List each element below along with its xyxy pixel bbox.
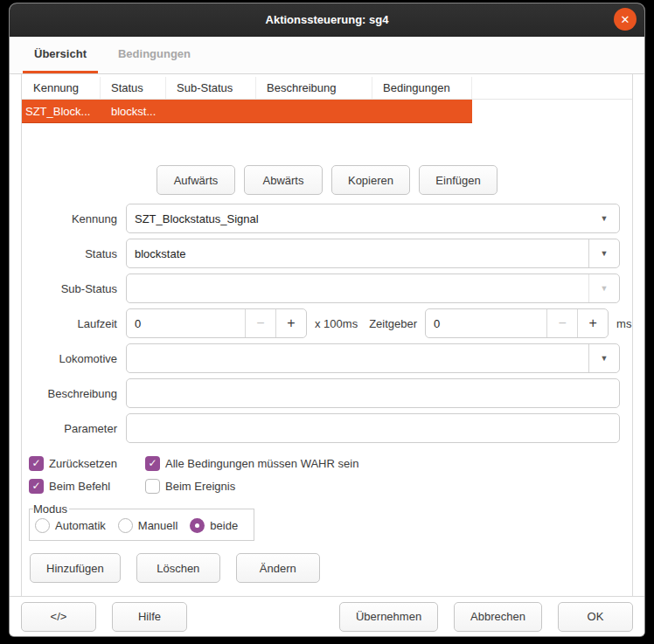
beschreibung-input[interactable] (126, 378, 620, 408)
table-row-selected[interactable]: SZT_Block... blockst... (22, 100, 472, 123)
laufzeit-row: Laufzeit 0 − + x 100ms Zeitgeber 0 − + m… (22, 308, 632, 338)
checkbox-row-2: ✓ Beim Befehl Beim Ereignis (29, 474, 632, 497)
tab-label: Übersicht (34, 47, 87, 60)
checkbox-checked-icon: ✓ (145, 456, 160, 471)
checkbox-row-1: ✓ Zurücksetzen ✓ Alle Bedingungen müssen… (29, 452, 632, 474)
aufwaerts-button[interactable]: Aufwärts (157, 165, 235, 195)
substatus-combobox[interactable]: ▼ (126, 274, 620, 303)
cell-status: blockst... (101, 105, 166, 118)
zeitgeber-spinner[interactable]: 0 − + (425, 308, 609, 338)
dialog-window: Aktionssteuerung: sg4 ✕ Übersicht Beding… (10, 3, 644, 636)
parameter-label: Parameter (22, 422, 126, 435)
substatus-row: Sub-Status ▼ (22, 274, 632, 303)
kennung-row: Kennung SZT_Blockstatus_Signal ▼ (22, 204, 632, 233)
zeitgeber-label: Zeitgeber (369, 317, 417, 330)
close-icon: ✕ (621, 13, 630, 26)
minus-icon[interactable]: − (245, 309, 275, 337)
parameter-row: Parameter (22, 413, 632, 443)
beschreibung-label: Beschreibung (22, 387, 126, 400)
status-label: Status (22, 247, 126, 260)
checkbox-alle-bedingungen[interactable]: ✓ Alle Bedingungen müssen WAHR sein (145, 456, 358, 471)
radio-automatik[interactable]: Automatik (35, 518, 106, 533)
radio-beide[interactable]: beide (190, 518, 238, 533)
checkbox-checked-icon: ✓ (29, 456, 44, 471)
laufzeit-value: 0 (127, 317, 245, 330)
checkbox-beim-ereignis[interactable]: Beim Ereignis (145, 479, 235, 494)
radio-off-icon (35, 518, 50, 533)
ok-button[interactable]: OK (558, 602, 633, 632)
kennung-value: SZT_Blockstatus_Signal (127, 212, 589, 225)
aendern-button[interactable]: Ändern (236, 553, 320, 583)
column-header-beschreibung[interactable]: Beschreibung (256, 77, 372, 99)
plus-icon[interactable]: + (577, 309, 608, 337)
uebernehmen-button[interactable]: Übernehmen (339, 602, 438, 632)
laufzeit-spinner[interactable]: 0 − + (126, 308, 307, 338)
tab-uebersicht[interactable]: Übersicht (23, 37, 98, 73)
zeitgeber-value: 0 (426, 317, 546, 330)
zeitgeber-unit: ms (616, 317, 631, 330)
checkbox-zuruecksetzen[interactable]: ✓ Zurücksetzen (29, 456, 145, 471)
plus-icon[interactable]: + (275, 309, 306, 337)
footer-right-group: Übernehmen Abbrechen OK (339, 602, 633, 632)
column-header-substatus[interactable]: Sub-Status (166, 77, 256, 99)
chevron-down-icon[interactable]: ▼ (588, 344, 619, 372)
chevron-down-icon[interactable]: ▼ (589, 204, 619, 232)
radio-manuell[interactable]: Manuell (118, 518, 178, 533)
minus-icon[interactable]: − (546, 309, 577, 337)
column-header-bedingungen[interactable]: Bedingungen (372, 77, 472, 99)
lokomotive-row: Lokomotive ▼ (22, 343, 632, 373)
chevron-down-icon[interactable]: ▼ (588, 239, 619, 267)
loeschen-button[interactable]: Löschen (136, 553, 220, 583)
checkbox-unchecked-icon (145, 479, 160, 494)
lokomotive-combobox[interactable]: ▼ (126, 343, 620, 373)
footer-left-group: </> Hilfe (21, 602, 187, 632)
close-button[interactable]: ✕ (614, 8, 637, 31)
substatus-label: Sub-Status (22, 282, 126, 295)
status-value: blockstate (127, 247, 588, 260)
dialog-footer: </> Hilfe Übernehmen Abbrechen OK (10, 596, 644, 636)
radio-off-icon (118, 518, 133, 533)
laufzeit-unit: x 100ms (315, 317, 358, 330)
status-combobox[interactable]: blockstate ▼ (126, 239, 620, 268)
einfuegen-button[interactable]: Einfügen (419, 165, 497, 195)
parameter-input[interactable] (126, 413, 620, 443)
tab-content-uebersicht: Kennung Status Sub-Status Beschreibung B… (21, 74, 633, 596)
kennung-combobox[interactable]: SZT_Blockstatus_Signal ▼ (126, 204, 620, 233)
code-button[interactable]: </> (21, 602, 96, 632)
lokomotive-label: Lokomotive (22, 352, 126, 365)
hilfe-button[interactable]: Hilfe (112, 602, 187, 632)
action-button-row: Hinzufügen Löschen Ändern (30, 553, 632, 583)
modus-legend: Modus (33, 502, 69, 516)
kennung-label: Kennung (22, 212, 126, 225)
kopieren-button[interactable]: Kopieren (331, 165, 410, 195)
column-header-kennung[interactable]: Kennung (22, 77, 101, 99)
checkbox-checked-icon: ✓ (29, 479, 44, 494)
titlebar: Aktionssteuerung: sg4 ✕ (10, 3, 644, 37)
table-header: Kennung Status Sub-Status Beschreibung B… (22, 77, 632, 100)
radio-on-icon (190, 518, 205, 533)
tab-bar: Übersicht Bedingungen (10, 37, 644, 74)
column-header-status[interactable]: Status (101, 77, 166, 99)
beschreibung-row: Beschreibung (22, 378, 632, 408)
window-title: Aktionssteuerung: sg4 (266, 13, 389, 26)
modus-radio-group: Automatik Manuell beide (35, 518, 247, 533)
action-table: Kennung Status Sub-Status Beschreibung B… (22, 77, 632, 123)
modus-frame: Modus Automatik Manuell beide (29, 502, 254, 541)
hinzufuegen-button[interactable]: Hinzufügen (30, 553, 121, 583)
checkbox-beim-befehl[interactable]: ✓ Beim Befehl (29, 479, 145, 494)
list-button-row: Aufwärts Abwärts Kopieren Einfügen (22, 165, 632, 195)
options-section: ✓ Zurücksetzen ✓ Alle Bedingungen müssen… (22, 452, 632, 497)
status-row: Status blockstate ▼ (22, 239, 632, 268)
action-form: Kennung SZT_Blockstatus_Signal ▼ Status … (22, 204, 632, 443)
cell-kennung: SZT_Block... (22, 105, 101, 118)
tab-label: Bedingungen (118, 47, 191, 60)
abwaerts-button[interactable]: Abwärts (244, 165, 323, 195)
tab-bedingungen[interactable]: Bedingungen (107, 37, 202, 73)
chevron-down-icon: ▼ (588, 274, 619, 302)
abbrechen-button[interactable]: Abbrechen (454, 602, 542, 632)
laufzeit-label: Laufzeit (22, 317, 126, 330)
